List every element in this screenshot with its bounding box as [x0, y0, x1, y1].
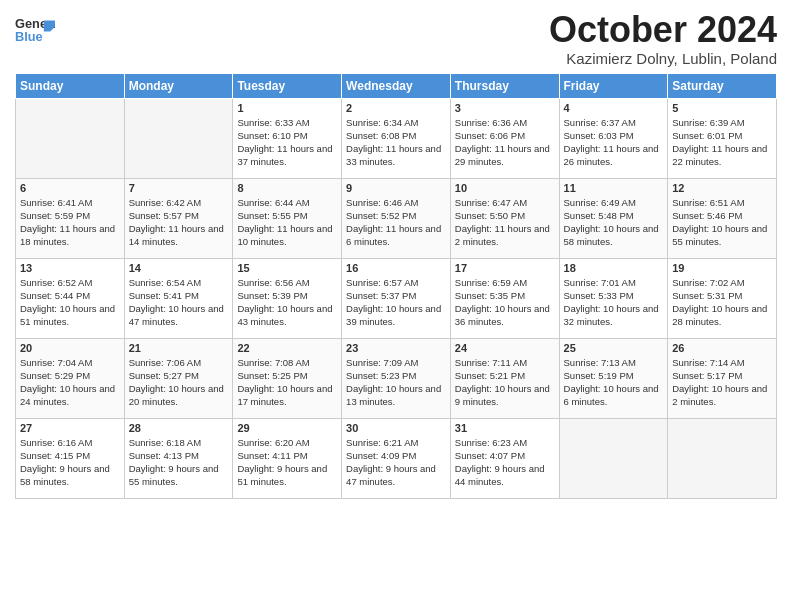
calendar-day-cell: 4Sunrise: 6:37 AM Sunset: 6:03 PM Daylig… [559, 98, 668, 178]
calendar-day-cell: 22Sunrise: 7:08 AM Sunset: 5:25 PM Dayli… [233, 338, 342, 418]
day-of-week-header: Monday [124, 73, 233, 98]
logo-icon: General Blue [15, 10, 55, 50]
day-info: Sunrise: 6:36 AM Sunset: 6:06 PM Dayligh… [455, 116, 555, 169]
day-number: 19 [672, 262, 772, 274]
day-info: Sunrise: 6:23 AM Sunset: 4:07 PM Dayligh… [455, 436, 555, 489]
day-number: 4 [564, 102, 664, 114]
day-info: Sunrise: 6:44 AM Sunset: 5:55 PM Dayligh… [237, 196, 337, 249]
calendar-day-cell: 6Sunrise: 6:41 AM Sunset: 5:59 PM Daylig… [16, 178, 125, 258]
calendar-day-cell: 21Sunrise: 7:06 AM Sunset: 5:27 PM Dayli… [124, 338, 233, 418]
logo: General Blue [15, 10, 55, 50]
day-info: Sunrise: 6:18 AM Sunset: 4:13 PM Dayligh… [129, 436, 229, 489]
day-number: 12 [672, 182, 772, 194]
day-info: Sunrise: 6:59 AM Sunset: 5:35 PM Dayligh… [455, 276, 555, 329]
day-number: 10 [455, 182, 555, 194]
calendar-table: SundayMondayTuesdayWednesdayThursdayFrid… [15, 73, 777, 499]
calendar-day-cell [668, 418, 777, 498]
day-number: 17 [455, 262, 555, 274]
day-number: 26 [672, 342, 772, 354]
day-info: Sunrise: 6:52 AM Sunset: 5:44 PM Dayligh… [20, 276, 120, 329]
calendar-day-cell: 14Sunrise: 6:54 AM Sunset: 5:41 PM Dayli… [124, 258, 233, 338]
day-number: 27 [20, 422, 120, 434]
day-info: Sunrise: 6:34 AM Sunset: 6:08 PM Dayligh… [346, 116, 446, 169]
calendar-day-cell: 30Sunrise: 6:21 AM Sunset: 4:09 PM Dayli… [342, 418, 451, 498]
day-number: 30 [346, 422, 446, 434]
day-number: 31 [455, 422, 555, 434]
day-number: 18 [564, 262, 664, 274]
calendar-day-cell: 7Sunrise: 6:42 AM Sunset: 5:57 PM Daylig… [124, 178, 233, 258]
calendar-day-cell: 19Sunrise: 7:02 AM Sunset: 5:31 PM Dayli… [668, 258, 777, 338]
day-number: 25 [564, 342, 664, 354]
calendar-day-cell: 20Sunrise: 7:04 AM Sunset: 5:29 PM Dayli… [16, 338, 125, 418]
calendar-day-cell: 23Sunrise: 7:09 AM Sunset: 5:23 PM Dayli… [342, 338, 451, 418]
calendar-day-cell: 26Sunrise: 7:14 AM Sunset: 5:17 PM Dayli… [668, 338, 777, 418]
calendar-week-row: 20Sunrise: 7:04 AM Sunset: 5:29 PM Dayli… [16, 338, 777, 418]
day-number: 2 [346, 102, 446, 114]
day-of-week-header: Wednesday [342, 73, 451, 98]
day-info: Sunrise: 6:21 AM Sunset: 4:09 PM Dayligh… [346, 436, 446, 489]
calendar-day-cell [16, 98, 125, 178]
calendar-week-row: 6Sunrise: 6:41 AM Sunset: 5:59 PM Daylig… [16, 178, 777, 258]
calendar-header-row: SundayMondayTuesdayWednesdayThursdayFrid… [16, 73, 777, 98]
day-info: Sunrise: 7:14 AM Sunset: 5:17 PM Dayligh… [672, 356, 772, 409]
calendar-day-cell: 25Sunrise: 7:13 AM Sunset: 5:19 PM Dayli… [559, 338, 668, 418]
day-info: Sunrise: 6:37 AM Sunset: 6:03 PM Dayligh… [564, 116, 664, 169]
day-info: Sunrise: 6:51 AM Sunset: 5:46 PM Dayligh… [672, 196, 772, 249]
day-number: 13 [20, 262, 120, 274]
calendar-day-cell: 2Sunrise: 6:34 AM Sunset: 6:08 PM Daylig… [342, 98, 451, 178]
day-number: 3 [455, 102, 555, 114]
day-info: Sunrise: 6:56 AM Sunset: 5:39 PM Dayligh… [237, 276, 337, 329]
day-number: 1 [237, 102, 337, 114]
day-number: 15 [237, 262, 337, 274]
day-info: Sunrise: 7:09 AM Sunset: 5:23 PM Dayligh… [346, 356, 446, 409]
calendar-day-cell [559, 418, 668, 498]
day-info: Sunrise: 6:49 AM Sunset: 5:48 PM Dayligh… [564, 196, 664, 249]
calendar-week-row: 1Sunrise: 6:33 AM Sunset: 6:10 PM Daylig… [16, 98, 777, 178]
day-number: 6 [20, 182, 120, 194]
calendar-day-cell: 12Sunrise: 6:51 AM Sunset: 5:46 PM Dayli… [668, 178, 777, 258]
day-of-week-header: Friday [559, 73, 668, 98]
day-number: 5 [672, 102, 772, 114]
calendar-day-cell: 28Sunrise: 6:18 AM Sunset: 4:13 PM Dayli… [124, 418, 233, 498]
calendar-day-cell: 5Sunrise: 6:39 AM Sunset: 6:01 PM Daylig… [668, 98, 777, 178]
day-number: 8 [237, 182, 337, 194]
calendar-day-cell: 1Sunrise: 6:33 AM Sunset: 6:10 PM Daylig… [233, 98, 342, 178]
calendar-body: 1Sunrise: 6:33 AM Sunset: 6:10 PM Daylig… [16, 98, 777, 498]
day-info: Sunrise: 6:33 AM Sunset: 6:10 PM Dayligh… [237, 116, 337, 169]
day-info: Sunrise: 6:47 AM Sunset: 5:50 PM Dayligh… [455, 196, 555, 249]
calendar-day-cell: 10Sunrise: 6:47 AM Sunset: 5:50 PM Dayli… [450, 178, 559, 258]
calendar-day-cell: 27Sunrise: 6:16 AM Sunset: 4:15 PM Dayli… [16, 418, 125, 498]
calendar-day-cell: 18Sunrise: 7:01 AM Sunset: 5:33 PM Dayli… [559, 258, 668, 338]
day-number: 21 [129, 342, 229, 354]
day-info: Sunrise: 6:16 AM Sunset: 4:15 PM Dayligh… [20, 436, 120, 489]
day-info: Sunrise: 7:13 AM Sunset: 5:19 PM Dayligh… [564, 356, 664, 409]
calendar-day-cell: 11Sunrise: 6:49 AM Sunset: 5:48 PM Dayli… [559, 178, 668, 258]
calendar-day-cell: 9Sunrise: 6:46 AM Sunset: 5:52 PM Daylig… [342, 178, 451, 258]
location-subtitle: Kazimierz Dolny, Lublin, Poland [549, 50, 777, 67]
calendar-day-cell: 3Sunrise: 6:36 AM Sunset: 6:06 PM Daylig… [450, 98, 559, 178]
calendar-day-cell: 16Sunrise: 6:57 AM Sunset: 5:37 PM Dayli… [342, 258, 451, 338]
day-number: 20 [20, 342, 120, 354]
title-area: October 2024 Kazimierz Dolny, Lublin, Po… [549, 10, 777, 67]
calendar-week-row: 13Sunrise: 6:52 AM Sunset: 5:44 PM Dayli… [16, 258, 777, 338]
day-number: 22 [237, 342, 337, 354]
calendar-day-cell: 24Sunrise: 7:11 AM Sunset: 5:21 PM Dayli… [450, 338, 559, 418]
day-number: 29 [237, 422, 337, 434]
day-of-week-header: Sunday [16, 73, 125, 98]
day-info: Sunrise: 6:41 AM Sunset: 5:59 PM Dayligh… [20, 196, 120, 249]
day-number: 11 [564, 182, 664, 194]
page-header: General Blue October 2024 Kazimierz Doln… [15, 10, 777, 67]
day-info: Sunrise: 6:42 AM Sunset: 5:57 PM Dayligh… [129, 196, 229, 249]
day-info: Sunrise: 7:02 AM Sunset: 5:31 PM Dayligh… [672, 276, 772, 329]
day-number: 23 [346, 342, 446, 354]
day-info: Sunrise: 7:01 AM Sunset: 5:33 PM Dayligh… [564, 276, 664, 329]
day-of-week-header: Tuesday [233, 73, 342, 98]
calendar-day-cell: 29Sunrise: 6:20 AM Sunset: 4:11 PM Dayli… [233, 418, 342, 498]
day-info: Sunrise: 6:39 AM Sunset: 6:01 PM Dayligh… [672, 116, 772, 169]
calendar-day-cell: 31Sunrise: 6:23 AM Sunset: 4:07 PM Dayli… [450, 418, 559, 498]
day-info: Sunrise: 6:57 AM Sunset: 5:37 PM Dayligh… [346, 276, 446, 329]
calendar-week-row: 27Sunrise: 6:16 AM Sunset: 4:15 PM Dayli… [16, 418, 777, 498]
calendar-day-cell: 13Sunrise: 6:52 AM Sunset: 5:44 PM Dayli… [16, 258, 125, 338]
day-info: Sunrise: 7:08 AM Sunset: 5:25 PM Dayligh… [237, 356, 337, 409]
day-number: 28 [129, 422, 229, 434]
